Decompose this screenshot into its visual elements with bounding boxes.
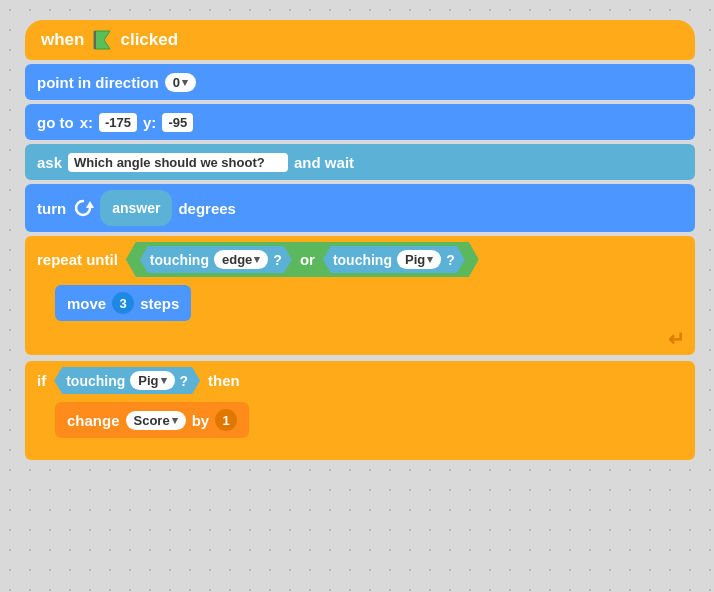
touching1-label: touching	[150, 252, 209, 268]
q1-mark: ?	[273, 252, 282, 268]
touching2-label: touching	[333, 252, 392, 268]
then-label: then	[208, 372, 240, 389]
repeat-until-block[interactable]: repeat until touching edge ? or touching…	[25, 236, 695, 355]
if-touching-label: touching	[66, 373, 125, 389]
change-block[interactable]: change Score by 1	[55, 402, 249, 438]
pig-dropdown[interactable]: Pig	[397, 250, 441, 269]
move-label: move	[67, 295, 106, 312]
x-value[interactable]: -175	[99, 113, 137, 132]
x-label: x:	[80, 114, 93, 131]
turn-block[interactable]: turn answer degrees	[25, 184, 695, 232]
touching-pig-sensing[interactable]: touching Pig ?	[323, 246, 465, 273]
go-to-block[interactable]: go to x: -175 y: -95	[25, 104, 695, 140]
svg-marker-0	[94, 31, 110, 49]
and-wait-label: and wait	[294, 154, 354, 171]
point-direction-label: point in direction	[37, 74, 159, 91]
or-label: or	[300, 251, 315, 268]
ask-label: ask	[37, 154, 62, 171]
edge-dropdown[interactable]: edge	[214, 250, 268, 269]
svg-rect-1	[94, 31, 96, 49]
return-arrow-icon: ↵	[668, 327, 685, 351]
point-direction-block[interactable]: point in direction 0	[25, 64, 695, 100]
goto-label: go to	[37, 114, 74, 131]
repeat-until-header: repeat until touching edge ? or touching…	[25, 236, 695, 283]
q2-mark: ?	[446, 252, 455, 268]
steps-label: steps	[140, 295, 179, 312]
direction-dropdown[interactable]: 0	[165, 73, 196, 92]
degrees-label: degrees	[178, 200, 236, 217]
change-label: change	[67, 412, 120, 429]
by-label: by	[192, 412, 210, 429]
move-block[interactable]: move 3 steps	[55, 285, 191, 321]
turn-label: turn	[37, 200, 66, 217]
if-touching-pig-sensing[interactable]: touching Pig ?	[54, 367, 200, 394]
change-amount[interactable]: 1	[215, 409, 237, 431]
svg-marker-2	[86, 201, 94, 208]
when-label: when	[41, 30, 84, 50]
ask-prompt[interactable]: Which angle should we shoot?	[68, 153, 288, 172]
if-block[interactable]: if touching Pig ? then change Score by 1	[25, 361, 695, 460]
green-flag-icon	[90, 28, 114, 52]
y-label: y:	[143, 114, 156, 131]
when-clicked-block[interactable]: when clicked	[25, 20, 695, 60]
if-label: if	[37, 372, 46, 389]
rotate-icon	[72, 197, 94, 219]
if-header: if touching Pig ? then	[25, 361, 695, 400]
if-pig-dropdown[interactable]: Pig	[130, 371, 174, 390]
if-q-mark: ?	[180, 373, 189, 389]
ask-block[interactable]: ask Which angle should we shoot? and wai…	[25, 144, 695, 180]
answer-block[interactable]: answer	[100, 190, 172, 226]
touching-edge-sensing[interactable]: touching edge ?	[140, 246, 292, 273]
repeat-until-label: repeat until	[37, 251, 118, 268]
score-dropdown[interactable]: Score	[126, 411, 186, 430]
steps-value[interactable]: 3	[112, 292, 134, 314]
clicked-label: clicked	[120, 30, 178, 50]
y-value[interactable]: -95	[162, 113, 193, 132]
